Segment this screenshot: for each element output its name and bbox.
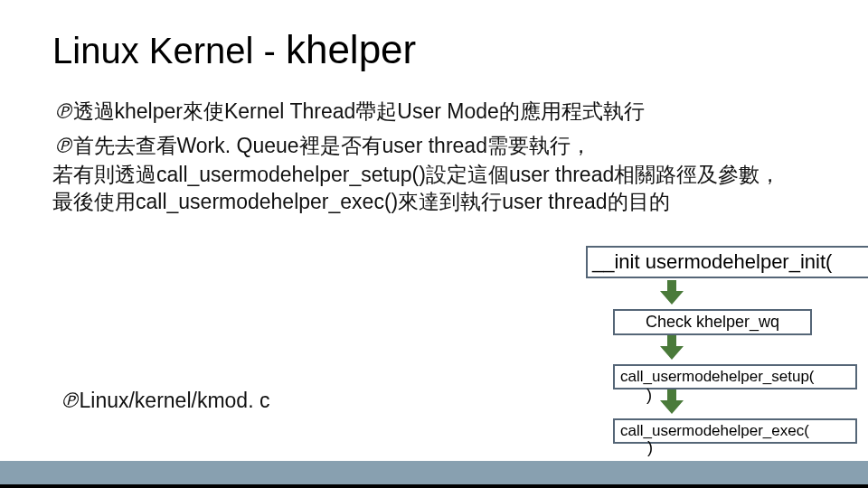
link-icon: ℗	[59, 389, 80, 412]
slide: Linux Kernel - khelper ℗透過khelper來使Kerne…	[0, 0, 868, 488]
bullet-2-line2: 若有則透過call_usermodehelper_setup()設定這個user…	[52, 163, 780, 186]
arrow-down-icon	[658, 389, 685, 417]
arrow-down-icon	[658, 335, 685, 362]
bullet-list: ℗透過khelper來使Kernel Thread帶起User Mode的應用程…	[52, 98, 850, 221]
flow-setup-text: call_usermodehelper_setup(	[620, 368, 815, 385]
flow-box-exec: call_usermodehelper_exec( )	[613, 418, 857, 444]
bullet-2: ℗首先去查看Work. Queue裡是否有user thread需要執行， 若有…	[52, 132, 850, 216]
source-line: ℗Linux/kernel/kmod. c	[59, 389, 269, 413]
arrow-down-icon	[658, 280, 685, 307]
close-paren: )	[646, 386, 652, 405]
flow-box-check: Check khelper_wq	[613, 309, 812, 335]
bullet-1: ℗透過khelper來使Kernel Thread帶起User Mode的應用程…	[52, 98, 850, 127]
flow-box-setup: call_usermodehelper_setup( )	[613, 364, 857, 389]
footer-bar	[0, 461, 868, 484]
flow-box-init: __init usermodehelper_init(	[586, 246, 868, 278]
title-keyword: khelper	[286, 27, 416, 71]
title-text-pre: Linux Kernel -	[52, 31, 286, 70]
link-icon: ℗	[52, 135, 73, 157]
flow-exec-text: call_usermodehelper_exec(	[620, 422, 809, 439]
flowchart: __init usermodehelper_init( Check khelpe…	[586, 246, 866, 444]
bullet-1-text: 透過khelper來使Kernel Thread帶起User Mode的應用程式…	[73, 99, 645, 123]
slide-title: Linux Kernel - khelper	[52, 27, 416, 72]
link-icon: ℗	[52, 100, 73, 123]
footer-line	[0, 484, 868, 488]
close-paren: )	[647, 438, 653, 457]
source-text: Linux/kernel/kmod. c	[80, 389, 270, 412]
bullet-2-line3: 最後使用call_usermodehelper_exec()來達到執行user …	[52, 190, 670, 213]
bullet-2-line1: 首先去查看Work. Queue裡是否有user thread需要執行，	[73, 134, 591, 157]
